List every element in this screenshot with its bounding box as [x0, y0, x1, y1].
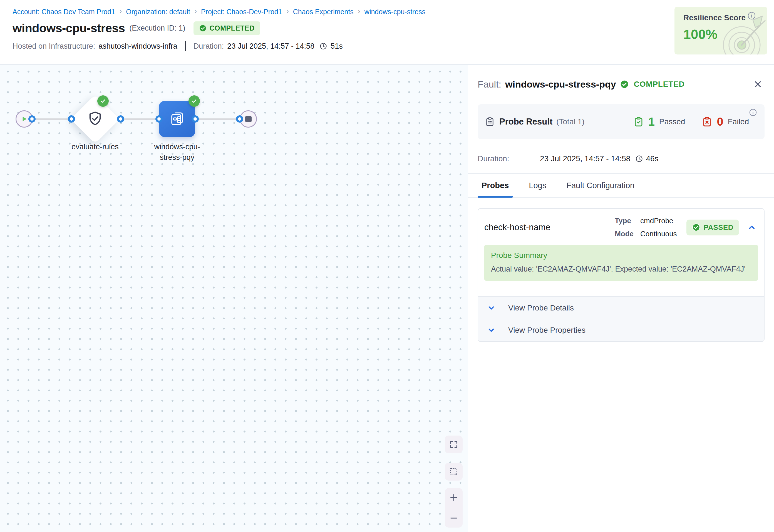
check-icon — [191, 98, 197, 104]
duration-value: 23 Jul 2025, 14:57 - 14:58 — [227, 42, 314, 51]
probe-meta: Type cmdProbe Mode Continuous — [615, 217, 677, 238]
clipboard-check-icon — [633, 116, 644, 127]
zoom-in-button[interactable] — [448, 491, 460, 504]
probe-summary-text: Actual value: 'EC2AMAZ-QMVAF4J'. Expecte… — [491, 265, 751, 274]
experiment-status-badge: COMPLETED — [193, 21, 260, 35]
pipeline-canvas[interactable]: evaluate-rules windows-cpu-stress-pqy — [0, 65, 468, 532]
experiment-status-label: COMPLETED — [209, 24, 254, 32]
breadcrumb-separator-icon: › — [358, 8, 360, 15]
view-probe-details-row[interactable]: View Probe Details — [478, 297, 764, 319]
marquee-select-button[interactable] — [445, 463, 463, 481]
fault-details-panel: Fault: windows-cpu-stress-pqy COMPLETED … — [468, 65, 774, 532]
fault-node-label: windows-cpu-stress-pqy — [152, 141, 202, 163]
fault-node-success-badge — [188, 95, 200, 107]
probe-card-footer: View Probe Details View Probe Properties — [478, 296, 764, 341]
probe-card-header[interactable]: check-host-name Type cmdProbe Mode Conti… — [478, 209, 764, 245]
breadcrumb-account-link[interactable]: Account: Chaos Dev Team Prod1 — [13, 8, 115, 16]
close-panel-button[interactable] — [751, 78, 765, 91]
probe-mode-label: Mode — [615, 230, 634, 238]
edge-connector — [236, 115, 243, 123]
breadcrumb-project-link[interactable]: Project: Chaos-Dev-Prod1 — [201, 8, 282, 16]
duration-label: Duration: — [193, 42, 224, 51]
minus-icon — [449, 513, 459, 523]
breadcrumb-organization-link[interactable]: Organization: default — [126, 8, 190, 16]
fault-panel-tabs: Probes Logs Fault Configuration — [468, 174, 774, 198]
pipeline-edge — [24, 118, 248, 120]
fullscreen-button[interactable] — [445, 436, 463, 453]
fault-name: windows-cpu-stress-pqy — [505, 79, 616, 90]
fault-status-label: COMPLETED — [634, 80, 685, 89]
play-icon — [21, 115, 28, 123]
shield-check-icon — [86, 110, 104, 128]
check-circle-icon — [620, 80, 629, 89]
probe-result-total: (Total 1) — [556, 117, 584, 126]
probe-result-counts: 1 Passed 0 Failed — [633, 115, 749, 128]
view-probe-properties-row[interactable]: View Probe Properties — [478, 319, 764, 341]
passed-count-group: 1 Passed — [633, 115, 685, 128]
breadcrumb: Account: Chaos Dev Team Prod1 › Organiza… — [13, 0, 761, 16]
clipboard-list-icon — [485, 117, 495, 127]
chevron-down-icon — [487, 326, 495, 334]
hosted-infra-value: ashutosh-windows-infra — [98, 42, 177, 51]
failed-count-group: 0 Failed — [702, 115, 749, 128]
check-icon — [100, 98, 106, 104]
breadcrumb-separator-icon: › — [119, 8, 122, 15]
tab-logs[interactable]: Logs — [525, 181, 550, 197]
edge-connector — [192, 115, 199, 123]
probe-type-label: Type — [615, 217, 634, 225]
clock-icon — [319, 42, 327, 50]
resilience-score-card: Resilience Score 100% — [674, 7, 767, 54]
zoom-out-button[interactable] — [448, 512, 460, 524]
breadcrumb-chaos-experiments-link[interactable]: Chaos Experiments — [293, 8, 354, 16]
chevron-down-icon — [487, 304, 495, 312]
failed-count: 0 — [717, 115, 723, 128]
info-icon[interactable] — [747, 11, 756, 20]
view-probe-properties-label: View Probe Properties — [508, 326, 586, 335]
main-content: evaluate-rules windows-cpu-stress-pqy — [0, 65, 774, 532]
chevron-up-icon — [747, 223, 756, 232]
collapse-probe-button[interactable] — [746, 222, 757, 233]
fault-experiment-icon — [167, 109, 187, 129]
check-circle-icon — [199, 24, 207, 32]
fullscreen-icon — [449, 440, 458, 449]
experiment-meta-row: Hosted on Infrastructure: ashutosh-windo… — [13, 41, 761, 51]
close-icon — [753, 79, 763, 89]
probe-status-label: PASSED — [704, 223, 733, 232]
fault-duration-elapsed: 46s — [646, 154, 658, 163]
marquee-select-icon — [449, 467, 458, 476]
probe-summary-box: Probe Summary Actual value: 'EC2AMAZ-QMV… — [484, 245, 758, 281]
fault-duration-value: 23 Jul 2025, 14:57 - 14:58 — [540, 154, 630, 163]
probe-card: check-host-name Type cmdProbe Mode Conti… — [478, 208, 765, 342]
fault-label: Fault: — [478, 79, 501, 90]
zoom-controls — [445, 488, 463, 528]
meta-divider — [185, 41, 186, 51]
passed-count: 1 — [648, 115, 655, 128]
fault-node[interactable] — [159, 101, 195, 137]
edge-connector — [155, 115, 163, 123]
tab-fault-configuration[interactable]: Fault Configuration — [562, 181, 638, 197]
edge-connector — [28, 115, 36, 123]
breadcrumb-separator-icon: › — [286, 8, 289, 15]
fault-duration-row: Duration: 23 Jul 2025, 14:57 - 14:58 46s — [478, 154, 765, 163]
check-circle-icon — [692, 223, 700, 232]
failed-label: Failed — [728, 117, 749, 126]
hosted-infra-label: Hosted on Infrastructure: — [13, 42, 95, 51]
breadcrumb-current-link[interactable]: windows-cpu-stress — [364, 8, 426, 16]
probe-result-summary-card: Probe Result (Total 1) 1 Passed — [478, 104, 765, 139]
probe-type-value: cmdProbe — [640, 217, 677, 225]
page-header: Account: Chaos Dev Team Prod1 › Organiza… — [0, 0, 774, 65]
edge-connector — [68, 115, 75, 123]
duration-elapsed: 51s — [331, 42, 343, 51]
fault-panel-header: Fault: windows-cpu-stress-pqy COMPLETED — [478, 78, 765, 91]
resilience-score-value: 100% — [683, 27, 767, 42]
passed-label: Passed — [659, 117, 685, 126]
probe-summary-title: Probe Summary — [491, 251, 751, 260]
info-icon[interactable] — [749, 108, 757, 117]
execution-id: (Execution ID: 1) — [129, 24, 185, 33]
breadcrumb-separator-icon: › — [194, 8, 197, 15]
clipboard-x-icon — [702, 116, 712, 127]
tab-probes[interactable]: Probes — [478, 181, 513, 198]
evaluate-rules-label: evaluate-rules — [67, 141, 123, 152]
title-row: windows-cpu-stress (Execution ID: 1) COM… — [13, 21, 761, 35]
view-probe-details-label: View Probe Details — [508, 304, 574, 312]
